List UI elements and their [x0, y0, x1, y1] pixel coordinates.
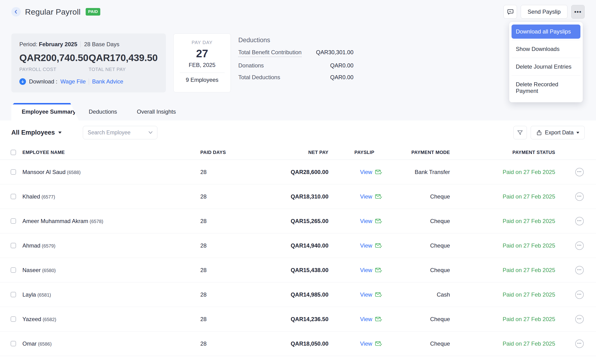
send-payslip-button[interactable]: Send Payslip: [521, 5, 567, 19]
total-benefit-contribution-label[interactable]: Total Benefit Contribution: [238, 49, 302, 57]
employee-filter-dropdown[interactable]: All Employees: [11, 129, 62, 136]
paid-days: 28: [200, 218, 229, 225]
row-actions-button[interactable]: •••: [575, 217, 584, 225]
chevron-down-icon: [576, 132, 579, 134]
table-row: Ahmad(6579) 28 QAR14,940.00 View Cheque …: [0, 233, 596, 258]
payment-mode: Cheque: [402, 242, 450, 249]
employee-name: Mansoor Al Saud: [22, 169, 66, 175]
payslip-view-link[interactable]: View: [360, 340, 372, 347]
table-row: Khaled(6577) 28 QAR18,310.00 View Cheque…: [0, 184, 596, 209]
bank-advice-link[interactable]: Bank Advice: [92, 78, 123, 85]
employee-id: (6578): [90, 219, 103, 224]
payslip-view-link[interactable]: View: [360, 316, 372, 322]
period-label: Period: February 2025: [19, 41, 77, 48]
more-options-button[interactable]: •••: [571, 5, 585, 19]
net-pay: QAR14,940.00: [229, 242, 328, 249]
table-row: Yazeed(6582) 28 QAR14,236.50 View Cheque…: [0, 307, 596, 331]
table-row: Omar(6586) 28 QAR18,050.00 View Cheque P…: [0, 331, 596, 356]
employee-name: Layla: [22, 291, 36, 298]
employee-name: Yazeed: [22, 316, 41, 322]
payslip-view-link[interactable]: View: [360, 267, 372, 273]
row-checkbox[interactable]: [11, 316, 16, 322]
table-row: Naseer(6580) 28 QAR15,438.00 View Cheque…: [0, 258, 596, 283]
employee-id: (6577): [42, 194, 55, 199]
wage-file-link[interactable]: Wage File: [60, 78, 86, 85]
total-net-pay-label: TOTAL NET PAY: [89, 67, 158, 72]
export-data-button[interactable]: Export Data: [531, 126, 585, 139]
net-pay: QAR14,236.50: [229, 316, 328, 322]
menu-item-delete-journal-entries[interactable]: Delete Journal Entries: [512, 58, 581, 75]
row-checkbox[interactable]: [11, 292, 16, 297]
net-pay: QAR15,438.00: [229, 267, 328, 273]
top-bar-actions: Send Payslip •••: [504, 5, 585, 19]
row-checkbox[interactable]: [11, 341, 16, 346]
column-header-employee-name: EMPLOYEE NAME: [22, 150, 200, 155]
row-actions-button[interactable]: •••: [575, 315, 584, 323]
net-pay: QAR18,310.00: [229, 193, 328, 200]
top-bar: Regular Payroll PAID Send Payslip •••: [0, 0, 596, 24]
tab-deductions[interactable]: Deductions: [79, 103, 127, 120]
payment-status: Paid on 27 Feb 2025: [450, 267, 555, 273]
filter-button[interactable]: [514, 126, 527, 139]
deductions-summary: Deductions Total Benefit Contribution QA…: [238, 36, 353, 81]
paid-days: 28: [200, 242, 229, 249]
tab-bar: Employee Summary Deductions Overall Insi…: [0, 103, 596, 120]
comments-button[interactable]: [504, 5, 517, 19]
period-value: February 2025: [39, 41, 77, 47]
row-actions-button[interactable]: •••: [575, 291, 584, 299]
employee-id: (6579): [42, 243, 55, 248]
payroll-cost-value: QAR200,740.50: [19, 52, 89, 63]
total-net-pay-block: QAR170,439.50 TOTAL NET PAY: [89, 52, 158, 72]
row-checkbox[interactable]: [11, 218, 16, 224]
download-label: Download :: [29, 78, 57, 85]
row-actions-button[interactable]: •••: [575, 168, 584, 176]
payslip-view-link[interactable]: View: [360, 218, 372, 225]
back-button[interactable]: [11, 7, 21, 16]
column-header-payment-status: PAYMENT STATUS: [450, 150, 555, 155]
column-header-paid-days: PAID DAYS: [200, 150, 229, 155]
payment-mode: Cheque: [402, 316, 450, 322]
table-header-row: EMPLOYEE NAME PAID DAYS NET PAY PAYSLIP …: [0, 145, 596, 160]
row-checkbox[interactable]: [11, 194, 16, 199]
select-all-checkbox[interactable]: [11, 150, 16, 155]
row-checkbox[interactable]: [11, 169, 16, 175]
payslip-sent-icon: [375, 194, 382, 200]
payslip-view-link[interactable]: View: [360, 291, 372, 298]
payslip-sent-icon: [375, 169, 382, 175]
row-actions-button[interactable]: •••: [575, 266, 584, 274]
menu-item-delete-recorded-payment[interactable]: Delete Recorded Payment: [512, 75, 581, 100]
export-data-label: Export Data: [545, 129, 574, 136]
row-actions-button[interactable]: •••: [575, 192, 584, 201]
row-actions-button[interactable]: •••: [575, 241, 584, 250]
payslip-view-link[interactable]: View: [360, 193, 372, 200]
status-badge: PAID: [86, 8, 100, 15]
payment-status: Paid on 27 Feb 2025: [450, 242, 555, 249]
menu-item-show-downloads[interactable]: Show Downloads: [512, 40, 581, 58]
download-icon: [19, 78, 26, 85]
employee-id: (6581): [37, 292, 51, 298]
payment-status: Paid on 27 Feb 2025: [450, 316, 555, 322]
payment-mode: Cheque: [402, 267, 450, 273]
payslip-view-link[interactable]: View: [360, 242, 372, 249]
base-days: 28 Base Days: [84, 41, 119, 48]
row-actions-button[interactable]: •••: [575, 340, 584, 348]
menu-item-download-all-payslips[interactable]: Download all Payslips: [512, 24, 581, 39]
row-checkbox[interactable]: [11, 243, 16, 248]
payroll-cost-block: QAR200,740.50 PAYROLL COST: [19, 52, 89, 72]
total-deductions-label: Total Deductions: [238, 74, 280, 81]
payslip-sent-icon: [375, 316, 382, 322]
payment-mode: Cash: [402, 291, 450, 298]
divider: [89, 79, 89, 85]
tab-overall-insights[interactable]: Overall Insights: [127, 103, 186, 120]
chevron-down-icon: [58, 131, 62, 134]
employee-id: (6586): [38, 341, 52, 347]
tab-employee-summary[interactable]: Employee Summary: [11, 103, 79, 120]
employee-summary-panel: All Employees Export Data EMPLOYEE NAME: [0, 120, 596, 364]
payslip-sent-icon: [375, 341, 382, 347]
net-pay: QAR18,050.00: [229, 340, 328, 347]
divider: [180, 73, 225, 73]
payslip-view-link[interactable]: View: [360, 169, 372, 175]
search-employee-input[interactable]: [83, 126, 157, 139]
pay-day-label: PAY DAY: [192, 40, 213, 45]
row-checkbox[interactable]: [11, 267, 16, 273]
